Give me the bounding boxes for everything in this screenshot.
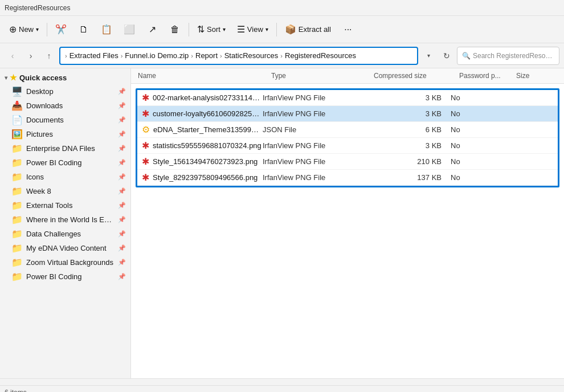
folder-icon: 📁 [11,243,23,254]
file-compressed-size-cell: 3 KB [365,93,451,102]
json-file-icon: ⚙ [142,124,150,135]
sidebar-item-12[interactable]: 📁Zoom Virtual Backgrounds📌 [0,255,130,270]
table-row[interactable]: ✱Style_82923975809496566.pngIrfanView PN… [137,170,558,186]
folder-icon: 📁 [11,228,23,239]
toolbar-sep-3 [276,23,277,36]
file-area: Name Type Compressed size Password p... … [131,68,564,378]
cut-button[interactable]: ✂️ [51,19,71,40]
pin-icon: 📌 [118,216,126,223]
quick-access-header[interactable]: ▾ ★ Quick access [0,71,130,84]
sidebar-item-4[interactable]: 📁Enterprise DNA Files📌 [0,141,130,156]
sidebar-item-label: Data Challenges [26,230,115,238]
file-name-text: 002-market-analysis02733114689.... [153,93,263,102]
file-compressed-size-cell: 3 KB [365,141,451,150]
forward-button[interactable]: › [23,48,39,64]
sidebar-item-7[interactable]: 📁Week 8📌 [0,184,130,198]
view-label: View [247,25,263,34]
sidebar-item-10[interactable]: 📁Data Challenges📌 [0,227,130,241]
table-row[interactable]: ✱customer-loyalty66106092825332....Irfan… [137,106,558,122]
folder-icon: 📁 [11,257,23,268]
table-row[interactable]: ✱002-market-analysis02733114689....Irfan… [137,90,558,106]
sidebar-item-label: Enterprise DNA Files [26,144,115,153]
col-header-size[interactable]: Size [514,71,559,81]
share-button[interactable]: ↗ [142,19,162,40]
main-content: ▾ ★ Quick access 🖥️Desktop📌📥Downloads📌📄D… [0,68,564,378]
pin-icon: 📌 [118,202,126,209]
sidebar-item-13[interactable]: 📁Power BI Coding📌 [0,270,130,284]
table-row[interactable]: ✱statistics5955596881070324.pngIrfanView… [137,138,558,154]
col-header-password[interactable]: Password p... [457,71,514,81]
breadcrumb-zip[interactable]: Funnel.io Demo.zip [125,51,189,60]
search-box[interactable]: 🔍 Search RegisteredResources [457,47,559,65]
col-header-type[interactable]: Type [269,71,371,81]
new-button[interactable]: ⊕ New ▾ [5,19,43,40]
new-icon: ⊕ [9,24,17,35]
title-bar-label: RegisteredResources [5,4,70,12]
folder-icon: 📄 [11,115,23,125]
address-bar[interactable]: › Extracted Files › Funnel.io Demo.zip ›… [59,47,418,65]
sidebar-item-8[interactable]: 📁External Tools📌 [0,198,130,213]
sidebar-item-6[interactable]: 📁Icons📌 [0,170,130,184]
folder-icon: 📁 [11,200,23,211]
view-button[interactable]: ☰ View ▾ [232,19,273,40]
sidebar-item-label: External Tools [26,201,115,210]
horizontal-scrollbar[interactable] [0,378,564,385]
new-label: New [19,25,34,34]
rename-button[interactable]: ⬜ [119,19,140,40]
breadcrumb-arrow: › [65,52,67,59]
sidebar-item-9[interactable]: 📁Where in the World Is Enterpr…📌 [0,213,130,227]
breadcrumb-extracted-files[interactable]: Extracted Files [70,51,118,60]
search-icon: 🔍 [462,52,471,60]
toolbar-sep-1 [47,23,47,36]
up-button[interactable]: ↑ [41,48,57,64]
file-type-cell: JSON File [263,125,365,134]
sort-button[interactable]: ⇅ Sort ▾ [193,19,230,40]
copy-button[interactable]: 🗋 [73,19,94,40]
file-name-text: eDNA_Starter_Theme31359913017.... [153,125,263,134]
breadcrumb-report[interactable]: Report [195,51,218,60]
back-button[interactable]: ‹ [5,48,21,64]
sidebar-item-1[interactable]: 📥Downloads📌 [0,99,130,113]
quick-access-chevron: ▾ [5,75,7,81]
file-list: ✱002-market-analysis02733114689....Irfan… [136,88,559,187]
view-chevron-icon: ▾ [265,26,268,32]
sidebar-item-2[interactable]: 📄Documents📌 [0,113,130,127]
delete-button[interactable]: 🗑 [165,19,185,40]
pin-icon: 📌 [118,173,126,181]
file-password-cell: No [451,173,508,182]
file-type-cell: IrfanView PNG File [263,141,365,150]
breadcrumb-static[interactable]: StaticResources [224,51,279,60]
folder-icon: 📁 [11,186,23,197]
sidebar-item-5[interactable]: 📁Power BI Coding📌 [0,156,130,170]
sidebar-item-label: Power BI Coding [26,158,115,167]
file-compressed-size-cell: 210 KB [365,157,451,166]
file-name-cell: ✱002-market-analysis02733114689.... [142,92,263,103]
view-icon: ☰ [237,24,245,35]
folder-icon: 📁 [11,143,23,154]
address-dropdown-button[interactable]: ▾ [420,48,436,64]
status-bar: 6 items [0,385,564,392]
png-file-icon: ✱ [142,172,149,183]
col-header-name[interactable]: Name [136,71,269,81]
refresh-button[interactable]: ↻ [439,48,455,64]
title-bar: RegisteredResources [0,0,564,16]
quick-access-star-icon: ★ [10,73,17,82]
sidebar-item-3[interactable]: 🖼️Pictures📌 [0,127,130,141]
sidebar: ▾ ★ Quick access 🖥️Desktop📌📥Downloads📌📄D… [0,68,131,378]
pin-icon: 📌 [118,244,126,252]
sidebar-item-11[interactable]: 📁My eDNA Video Content📌 [0,241,130,255]
sidebar-item-0[interactable]: 🖥️Desktop📌 [0,84,130,99]
more-button[interactable]: ··· [338,19,358,40]
sidebar-item-label: Documents [26,116,115,124]
table-row[interactable]: ✱Style_15613494760273923.pngIrfanView PN… [137,154,558,170]
col-header-compressed[interactable]: Compressed size [371,71,457,81]
file-compressed-size-cell: 3 KB [365,109,451,118]
file-name-text: customer-loyalty66106092825332.... [153,109,263,118]
extract-all-button[interactable]: 📦 Extract all [280,19,336,40]
paste-button[interactable]: 📋 [96,19,117,40]
breadcrumb-sep-4: › [280,52,283,59]
table-row[interactable]: ⚙eDNA_Starter_Theme31359913017....JSON F… [137,122,558,138]
png-file-icon: ✱ [142,140,149,151]
png-file-icon: ✱ [142,92,149,103]
file-compressed-size-cell: 137 KB [365,173,451,182]
